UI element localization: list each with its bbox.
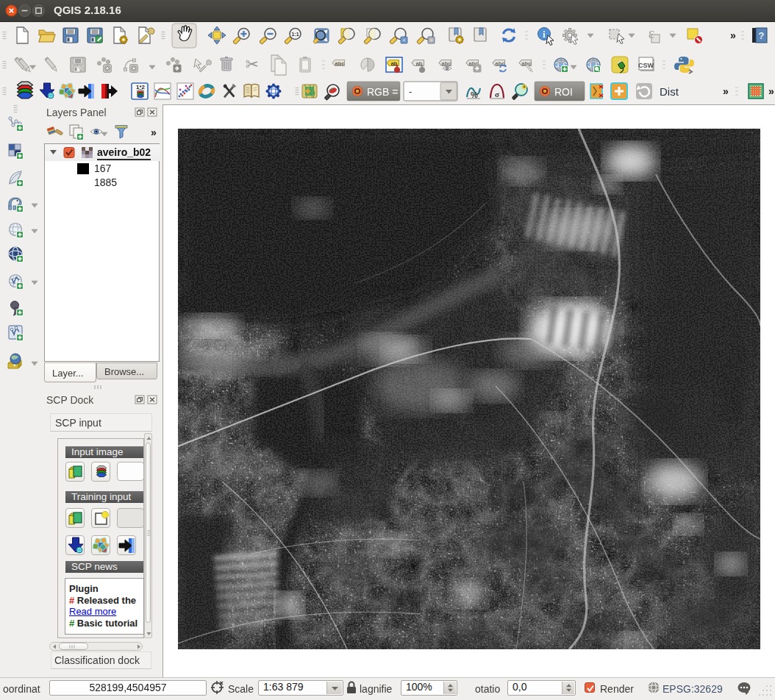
svg-text:σ: σ (495, 90, 499, 99)
svg-text:>: > (429, 38, 432, 43)
svg-text:RGB =: RGB = (367, 86, 398, 98)
svg-text:abc: abc (442, 60, 451, 67)
svg-text:»: » (730, 29, 736, 41)
svg-text:-: - (409, 86, 412, 97)
svg-text:%: % (471, 90, 478, 99)
svg-text:CSW: CSW (638, 62, 654, 69)
svg-text:1:1: 1:1 (291, 32, 299, 37)
svg-text:ε: ε (649, 25, 654, 41)
svg-text:✂: ✂ (246, 55, 259, 74)
svg-text:*: * (13, 362, 16, 370)
svg-text:?: ? (759, 30, 765, 41)
svg-text:»: » (768, 85, 774, 97)
svg-text:Dist: Dist (660, 85, 679, 98)
svg-text:»: » (151, 126, 157, 138)
svg-text:»: » (723, 85, 729, 97)
svg-text:ROI: ROI (554, 86, 573, 98)
svg-text:1*2: 1*2 (136, 84, 146, 90)
svg-text:abc: abc (335, 60, 345, 67)
svg-text:<: < (402, 38, 405, 43)
